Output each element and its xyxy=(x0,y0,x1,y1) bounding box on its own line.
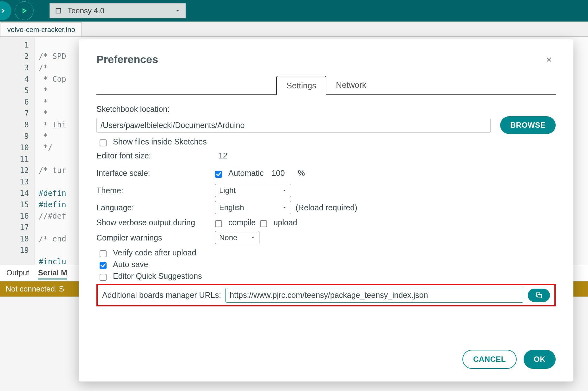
boards-urls-label: Additional boards manager URLs: xyxy=(102,291,221,300)
font-size-input[interactable] xyxy=(215,149,247,163)
automatic-label: Automatic xyxy=(228,169,264,178)
modal-backdrop: Preferences Settings Network Sketchbook … xyxy=(0,0,588,391)
warnings-select[interactable]: None xyxy=(215,231,259,244)
verbose-upload-label: upload xyxy=(273,218,297,227)
scale-value-input[interactable] xyxy=(268,166,293,180)
reload-note: (Reload required) xyxy=(296,203,357,212)
sketchbook-input[interactable] xyxy=(96,118,491,133)
quick-suggestions-label: Editor Quick Suggestions xyxy=(113,272,202,281)
show-files-checkbox[interactable] xyxy=(100,139,107,146)
preferences-dialog: Preferences Settings Network Sketchbook … xyxy=(79,39,573,381)
close-icon xyxy=(546,56,552,63)
windows-icon xyxy=(535,292,543,299)
boards-urls-row: Additional boards manager URLs: xyxy=(96,284,556,306)
verify-after-upload-label: Verify code after upload xyxy=(113,248,196,257)
show-files-label: Show files inside Sketches xyxy=(113,137,207,146)
verify-after-upload-checkbox[interactable] xyxy=(100,250,107,257)
verbose-compile-label: compile xyxy=(228,218,256,227)
theme-select[interactable]: Light xyxy=(215,184,291,197)
svg-rect-2 xyxy=(538,294,541,298)
language-label: Language: xyxy=(96,203,211,212)
automatic-scale-checkbox[interactable] xyxy=(215,171,222,178)
tab-settings[interactable]: Settings xyxy=(276,76,326,95)
language-select[interactable]: English xyxy=(215,201,291,214)
verbose-label: Show verbose output during xyxy=(96,218,211,227)
edit-urls-button[interactable] xyxy=(528,289,550,302)
auto-save-checkbox[interactable] xyxy=(100,262,107,269)
sketchbook-label: Sketchbook location: xyxy=(96,105,556,114)
browse-button[interactable]: BROWSE xyxy=(500,116,556,134)
cancel-button[interactable]: CANCEL xyxy=(462,350,517,369)
quick-suggestions-checkbox[interactable] xyxy=(100,274,107,281)
ok-button[interactable]: OK xyxy=(524,350,556,369)
font-size-label: Editor font size: xyxy=(96,151,211,160)
preference-tabs: Settings Network xyxy=(96,75,556,95)
close-button[interactable] xyxy=(542,55,556,64)
theme-label: Theme: xyxy=(96,186,211,195)
boards-urls-input[interactable] xyxy=(225,288,523,303)
verbose-upload-checkbox[interactable] xyxy=(260,220,267,227)
verbose-compile-checkbox[interactable] xyxy=(215,220,222,227)
auto-save-label: Auto save xyxy=(113,260,148,269)
warnings-label: Compiler warnings xyxy=(96,233,211,242)
scale-pct-label: % xyxy=(298,169,305,178)
chevron-down-icon xyxy=(282,205,287,210)
tab-network[interactable]: Network xyxy=(326,76,376,95)
dialog-title: Preferences xyxy=(96,53,158,66)
chevron-down-icon xyxy=(282,188,287,193)
chevron-down-icon xyxy=(250,235,255,240)
interface-scale-label: Interface scale: xyxy=(96,169,211,178)
